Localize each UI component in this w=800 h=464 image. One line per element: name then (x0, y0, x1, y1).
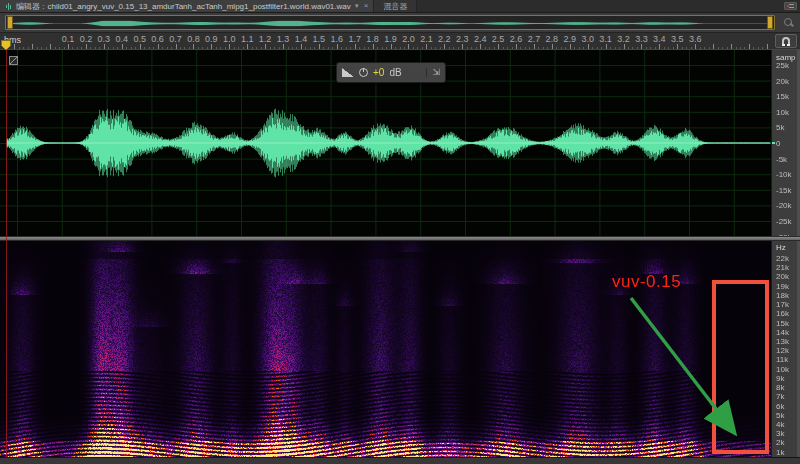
ruler-tick (444, 44, 445, 49)
ruler-tick-label: 3.3 (635, 34, 648, 44)
ruler-tick (709, 47, 710, 49)
ruler-tick-label: 1.7 (348, 34, 361, 44)
ruler-tick (767, 44, 768, 49)
snap-toggle[interactable] (775, 34, 797, 48)
ruler-tick-label: 3.2 (617, 34, 630, 44)
tab-editor-filename: child01_angry_vuv_0.15_13_amdurTanh_acTa… (47, 2, 350, 11)
ruler-tick (704, 47, 705, 49)
ruler-tick (296, 47, 297, 49)
ruler-tick (131, 47, 132, 49)
ruler-tick (736, 47, 737, 49)
ruler-tick (72, 47, 73, 49)
panel-menu-icon[interactable] (784, 2, 797, 10)
ruler-tick (50, 44, 51, 49)
ruler-tick (583, 47, 584, 49)
ruler-tick (408, 44, 409, 49)
ruler-tick (525, 47, 526, 49)
ruler-tick (467, 47, 468, 49)
fader-icon[interactable] (342, 68, 354, 77)
channel-toggle-icon[interactable] (9, 56, 18, 65)
ruler-tick (601, 47, 602, 49)
ruler-tick (516, 44, 517, 49)
frequency-axis-label: 9k (776, 374, 784, 383)
ruler-tick (485, 47, 486, 49)
gain-value[interactable]: +0 (373, 67, 384, 78)
ruler-tick-label: 0.5 (133, 34, 146, 44)
ruler-tick-label: 3.1 (599, 34, 612, 44)
navigator-track[interactable] (5, 15, 775, 30)
ruler-tick-label: 3.5 (671, 34, 684, 44)
ruler-tick (104, 44, 105, 49)
ruler-tick-label: 1.2 (259, 34, 272, 44)
ruler-tick (55, 47, 56, 49)
ruler-tick (256, 47, 257, 49)
ruler-tick-label: 2.5 (492, 34, 505, 44)
playhead-marker[interactable] (1, 40, 11, 50)
navigator-right-handle[interactable] (767, 16, 773, 29)
gain-knob-icon[interactable] (359, 68, 368, 77)
ruler-tick (162, 47, 163, 49)
ruler-tick (753, 47, 754, 49)
ruler-tick (673, 47, 674, 49)
ruler-tick (153, 47, 154, 49)
ruler-tick (606, 44, 607, 49)
ruler-tick-label: 0.1 (62, 34, 75, 44)
ruler-tick (552, 44, 553, 49)
frequency-axis-label: 1k (776, 448, 784, 457)
frequency-axis-label: 17k (776, 300, 789, 309)
frequency-axis-label: 3k (776, 429, 784, 438)
ruler-tick (373, 44, 374, 49)
ruler-tick (301, 44, 302, 49)
ruler-tick (413, 47, 414, 49)
ruler-tick (386, 47, 387, 49)
ruler-tick-label: 0.6 (151, 34, 164, 44)
tab-editor-label: 编辑器 : (16, 1, 44, 12)
ruler-tick (225, 47, 226, 49)
ruler-tick (668, 47, 669, 49)
ruler-tick (247, 44, 248, 49)
ruler-tick (37, 47, 38, 49)
ruler-tick (507, 47, 508, 49)
ruler-tick (108, 47, 109, 49)
ruler-tick (512, 47, 513, 49)
ruler-tick (14, 44, 15, 49)
ruler-tick (713, 44, 714, 49)
ruler-tick-label: 2.7 (528, 34, 541, 44)
ruler-tick (570, 44, 571, 49)
ruler-tick (207, 47, 208, 49)
hud-expand-icon[interactable]: ⇲ (426, 68, 440, 77)
ruler-tick (86, 44, 87, 49)
chevron-down-icon[interactable]: ▼ (354, 3, 360, 9)
ruler-tick (382, 47, 383, 49)
ruler-tick (337, 44, 338, 49)
ruler-tick (95, 47, 96, 49)
frequency-axis[interactable]: Hz 22k21k20k19k18k17k16k15k14k13k12k11k1… (771, 241, 800, 457)
navigator-left-handle[interactable] (7, 16, 13, 29)
zoom-tool-icon[interactable] (783, 17, 794, 28)
amplitude-axis-label: 25k (776, 61, 789, 70)
ruler-tick (489, 47, 490, 49)
timeline-ruler[interactable]: hms 0.10.20.30.40.50.60.70.80.91.01.11.2… (0, 33, 800, 50)
ruler-tick (41, 47, 42, 49)
playhead-line[interactable] (6, 50, 7, 457)
ruler-tick-label: 0.4 (115, 34, 128, 44)
frequency-axis-label: 21k (776, 263, 789, 272)
ruler-tick-label: 1.4 (295, 34, 308, 44)
ruler-tick (686, 47, 687, 49)
ruler-tick (180, 47, 181, 49)
spectrogram-panel: vuv-0.15 Hz 22k21k20k19k18k17k16k15k14k1… (0, 241, 800, 457)
frequency-axis-label: 20k (776, 272, 789, 281)
amplitude-axis[interactable]: samp 25k20k15k10k5k0-5k-10k-15k-20k-25k-… (771, 50, 800, 236)
ruler-tick (211, 44, 212, 49)
tab-editor[interactable]: 编辑器 : child01_angry_vuv_0.15_13_amdurTan… (0, 0, 374, 12)
gain-unit: dB (389, 67, 401, 78)
ruler-tick (695, 44, 696, 49)
amplitude-axis-label: 20k (776, 77, 789, 86)
ruler-tick-label: 1.8 (366, 34, 379, 44)
ruler-tick (431, 47, 432, 49)
ruler-tick (677, 44, 678, 49)
tab-mixer[interactable]: 混音器 (374, 0, 417, 12)
close-icon[interactable]: × (364, 2, 369, 10)
tab-mixer-label: 混音器 (383, 1, 407, 12)
ruler-tick (543, 47, 544, 49)
